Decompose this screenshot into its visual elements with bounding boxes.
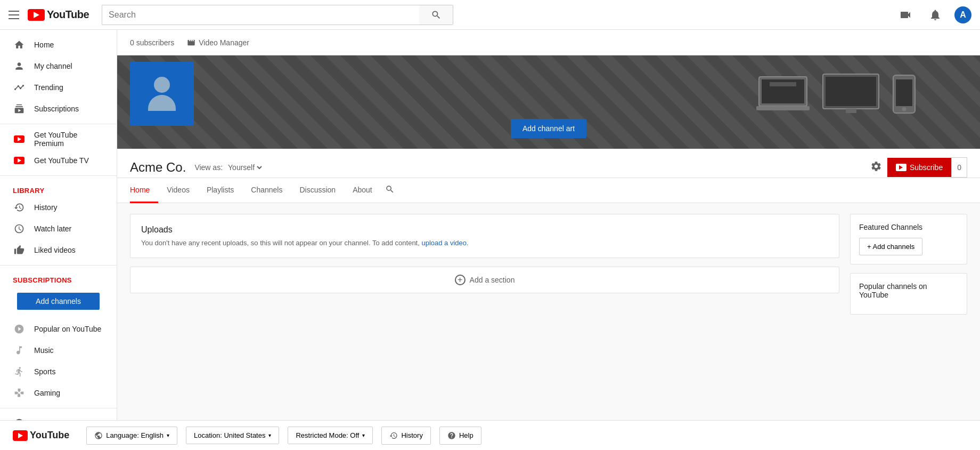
footer-youtube-icon	[13, 430, 28, 441]
sports-icon	[13, 365, 26, 378]
library-title: LIBRARY	[0, 180, 117, 197]
sidebar-item-watch-later-label: Watch later	[34, 224, 71, 233]
channel-sidebar-right: Featured Channels + Add channels Popular…	[850, 214, 967, 323]
tab-discussion[interactable]: Discussion	[291, 178, 344, 203]
location-button[interactable]: Location: United States ▾	[186, 427, 279, 444]
tab-about[interactable]: About	[344, 178, 381, 203]
channel-name: Acme Co.	[130, 160, 186, 175]
tab-playlists[interactable]: Playlists	[198, 178, 242, 203]
channel-header-bar: 0 subscribers Video Manager	[117, 30, 980, 55]
restricted-label: Restricted Mode: Off	[296, 431, 359, 439]
add-channel-art-button[interactable]: Add channel art	[511, 119, 586, 138]
music-icon	[13, 344, 26, 357]
channel-art-banner: Add channel art	[117, 55, 980, 149]
upload-video-icon[interactable]	[895, 4, 916, 26]
uploads-heading: Uploads	[141, 225, 828, 235]
sidebar: Home My channel Trending Subscriptions	[0, 30, 117, 420]
channel-settings-button[interactable]	[870, 160, 882, 175]
view-as-dropdown[interactable]: Yourself	[226, 163, 264, 172]
subscribe-button-wrap: Subscribe 0	[887, 157, 967, 178]
footer-logo: YouTube	[13, 430, 69, 441]
subscriptions-title: SUBSCRIPTIONS	[0, 270, 117, 286]
sidebar-item-subscriptions[interactable]: Subscriptions	[0, 98, 117, 119]
svg-rect-3	[756, 106, 810, 110]
history-icon	[13, 201, 26, 214]
channel-content: Uploads You don't have any recent upload…	[117, 203, 980, 334]
main-container: Home My channel Trending Subscriptions	[0, 30, 980, 420]
sidebar-item-liked-videos[interactable]: Liked videos	[0, 239, 117, 261]
language-label: Language: English	[106, 431, 164, 439]
logo-icon	[28, 9, 45, 21]
sidebar-item-home[interactable]: Home	[0, 34, 117, 55]
popular-icon	[13, 323, 26, 335]
video-manager-link[interactable]: Video Manager	[187, 38, 249, 47]
subscribe-yt-icon	[896, 164, 907, 171]
tab-search-icon[interactable]	[385, 184, 395, 197]
location-label: Location: United States	[194, 431, 265, 439]
language-button[interactable]: Language: English ▾	[86, 427, 177, 445]
uploads-empty-text: You don't have any recent uploads, so th…	[141, 239, 828, 247]
channel-info-row: Acme Co. View as: Yourself Subscribe 0	[117, 149, 980, 178]
search-form	[102, 5, 453, 25]
tab-home[interactable]: Home	[130, 178, 158, 203]
sidebar-item-trending-label: Trending	[34, 83, 63, 92]
sidebar-item-browse-channels[interactable]: Browse channels	[0, 413, 117, 420]
featured-channels-section: Featured Channels + Add channels	[850, 214, 967, 264]
notifications-icon[interactable]	[925, 4, 946, 26]
featured-channels-title: Featured Channels	[859, 223, 958, 231]
help-label: Help	[459, 431, 473, 439]
avatar-body	[148, 95, 176, 111]
sidebar-item-trending[interactable]: Trending	[0, 77, 117, 98]
avatar-head	[154, 77, 170, 93]
search-button[interactable]	[419, 5, 453, 25]
youtube-logo[interactable]: YouTube	[28, 9, 89, 21]
sidebar-item-sports-label: Sports	[34, 367, 55, 376]
subscribe-button[interactable]: Subscribe	[887, 158, 951, 177]
svg-rect-6	[846, 109, 856, 113]
subscriber-count-badge: 0	[951, 157, 967, 178]
sidebar-item-premium-label: Get YouTube Premium	[34, 131, 104, 148]
liked-videos-icon	[13, 244, 26, 256]
popular-channels-title: Popular channels on YouTube	[859, 282, 958, 299]
tab-channels[interactable]: Channels	[242, 178, 291, 203]
sidebar-item-popular[interactable]: Popular on YouTube	[0, 318, 117, 340]
sidebar-item-tv[interactable]: Get YouTube TV	[0, 150, 117, 171]
add-channels-button[interactable]: Add channels	[17, 293, 100, 310]
header-right: A	[895, 4, 971, 26]
restricted-mode-button[interactable]: Restricted Mode: Off ▾	[288, 427, 373, 444]
subscribe-label: Subscribe	[910, 163, 943, 172]
sidebar-item-watch-later[interactable]: Watch later	[0, 218, 117, 239]
person-icon	[13, 60, 26, 73]
home-icon	[13, 38, 26, 51]
laptop-icon	[756, 74, 810, 114]
svg-rect-8	[896, 79, 912, 106]
subscriber-count: 0 subscribers	[130, 38, 174, 47]
search-input[interactable]	[102, 5, 419, 25]
channel-tabs: Home Videos Playlists Channels Discussio…	[117, 178, 980, 203]
upload-video-link[interactable]: upload a video.	[421, 239, 468, 247]
history-button[interactable]: History	[381, 427, 430, 445]
subscriptions-icon	[13, 102, 26, 115]
sidebar-item-my-channel[interactable]: My channel	[0, 55, 117, 77]
device-icons	[756, 71, 916, 114]
tv-icon	[820, 71, 881, 114]
sidebar-item-tv-label: Get YouTube TV	[34, 156, 89, 165]
add-section-button[interactable]: + Add a section	[130, 267, 839, 293]
sidebar-item-history[interactable]: History	[0, 197, 117, 218]
sidebar-item-music[interactable]: Music	[0, 340, 117, 361]
tab-videos[interactable]: Videos	[158, 178, 198, 203]
sidebar-item-gaming-label: Gaming	[34, 389, 60, 397]
sidebar-bottom-section: Browse channels Movies & Shows Gaming	[0, 408, 117, 420]
sidebar-item-music-label: Music	[34, 346, 54, 355]
sidebar-item-premium[interactable]: Get YouTube Premium	[0, 128, 117, 150]
sidebar-item-sports[interactable]: Sports	[0, 361, 117, 382]
sidebar-item-gaming[interactable]: Gaming	[0, 382, 117, 404]
sidebar-item-history-label: History	[34, 203, 58, 212]
sidebar-item-liked-videos-label: Liked videos	[34, 246, 76, 254]
add-channels-small-button[interactable]: + Add channels	[859, 238, 922, 255]
hamburger-menu[interactable]	[9, 11, 19, 19]
footer: YouTube Language: English ▾ Location: Un…	[0, 420, 980, 450]
user-avatar[interactable]: A	[954, 6, 971, 23]
svg-rect-5	[826, 77, 876, 106]
help-button[interactable]: Help	[439, 427, 481, 445]
